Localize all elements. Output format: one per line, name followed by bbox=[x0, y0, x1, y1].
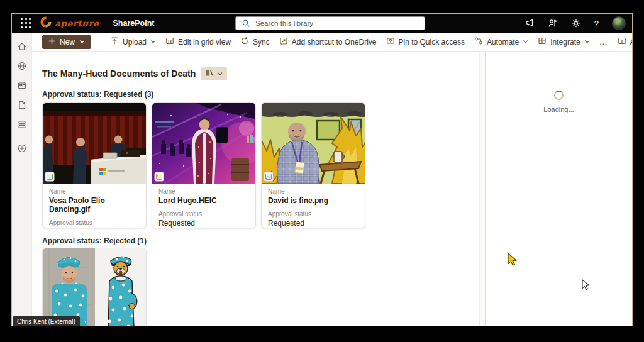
pin-icon bbox=[386, 36, 395, 47]
screen: aperture SharePoint ? bbox=[0, 0, 644, 342]
file-card-david[interactable]: Name David is fine.png Approval status R… bbox=[261, 102, 365, 228]
nav-divider bbox=[16, 136, 28, 136]
left-nav-rail bbox=[12, 33, 32, 326]
approval-status-value: Requested bbox=[49, 228, 140, 228]
help-icon[interactable]: ? bbox=[594, 19, 599, 28]
file-name: David is fine.png bbox=[268, 196, 358, 205]
approval-status-value: Requested bbox=[268, 219, 358, 228]
photo-file-badge bbox=[155, 172, 164, 181]
file-thumbnail bbox=[262, 103, 365, 184]
main-scrollbar[interactable] bbox=[479, 52, 485, 326]
integrate-button[interactable]: Integrate bbox=[538, 36, 589, 47]
presence-tooltip: Chris Kent (External) bbox=[13, 316, 80, 326]
plus-icon bbox=[48, 38, 55, 47]
status-field-label: Approval status bbox=[158, 211, 249, 218]
file-thumbnail bbox=[43, 248, 146, 326]
nav-page-icon[interactable] bbox=[12, 95, 32, 114]
aperture-logo-icon bbox=[40, 16, 52, 30]
search-icon bbox=[241, 18, 251, 28]
chevron-down-icon bbox=[217, 68, 223, 79]
person-feedback-icon[interactable] bbox=[548, 18, 558, 28]
upload-button[interactable]: Upload bbox=[110, 36, 156, 47]
gear-icon[interactable] bbox=[571, 18, 581, 28]
overflow-menu-button[interactable]: … bbox=[599, 37, 608, 47]
pin-quick-access-button[interactable]: Pin to Quick access bbox=[386, 36, 465, 47]
view-grid-icon bbox=[618, 36, 626, 47]
user-avatar[interactable] bbox=[612, 16, 626, 30]
chevron-down-icon bbox=[150, 38, 156, 47]
upload-icon bbox=[110, 36, 119, 47]
sharepoint-window: aperture SharePoint ? bbox=[11, 13, 633, 326]
integrate-icon bbox=[538, 36, 547, 47]
chevron-down-icon bbox=[79, 38, 85, 47]
file-card-rejected[interactable] bbox=[42, 248, 147, 326]
automate-flow-icon bbox=[474, 36, 483, 47]
library-search[interactable] bbox=[235, 16, 425, 30]
name-field-label: Name bbox=[268, 188, 358, 195]
file-thumbnail bbox=[43, 103, 146, 184]
nav-home-icon[interactable] bbox=[12, 36, 32, 56]
app-name: SharePoint bbox=[113, 19, 154, 28]
suite-bar: aperture SharePoint ? bbox=[12, 14, 632, 33]
image-file-badge bbox=[264, 172, 273, 181]
loading-spinner-icon bbox=[554, 91, 564, 100]
library-main-area: The Many-Hued Documents of Death Appro bbox=[32, 52, 485, 326]
chevron-down-icon bbox=[523, 38, 528, 47]
edit-grid-view-button[interactable]: Edit in grid view bbox=[165, 36, 231, 47]
new-button-label: New bbox=[60, 38, 75, 47]
suite-bar-actions: ? bbox=[525, 16, 626, 30]
sync-button[interactable]: Sync bbox=[240, 36, 270, 47]
file-card-lord-hugo[interactable]: Name Lord Hugo.HEIC Approval status Requ… bbox=[152, 102, 256, 228]
status-field-label: Approval status bbox=[268, 211, 358, 218]
nav-news-icon[interactable] bbox=[12, 75, 32, 95]
aperture-logo-text: aperture bbox=[55, 18, 99, 28]
nav-globe-icon[interactable] bbox=[12, 56, 32, 75]
view-selector-button[interactable] bbox=[201, 67, 227, 80]
file-name: Lord Hugo.HEIC bbox=[158, 196, 249, 205]
requested-cards-row: Name Vesa Paolo Elio Dancing.gif Approva… bbox=[42, 102, 365, 228]
approvals-view-selector[interactable]: Approvals bbox=[618, 36, 633, 47]
new-button[interactable]: New bbox=[42, 35, 91, 49]
command-bar: New Upload bbox=[32, 33, 632, 52]
status-field-label: Approval status bbox=[49, 219, 140, 226]
chevron-down-icon bbox=[584, 38, 590, 47]
search-input[interactable] bbox=[255, 19, 419, 27]
name-field-label: Name bbox=[158, 188, 249, 195]
tiles-view-icon bbox=[206, 68, 213, 79]
command-bar-right: Approvals Details bbox=[618, 36, 633, 47]
nav-create-icon[interactable] bbox=[12, 138, 32, 158]
file-card-vesa[interactable]: Name Vesa Paolo Elio Dancing.gif Approva… bbox=[42, 102, 147, 228]
group-header-requested[interactable]: Approval status: Requested (3) bbox=[42, 90, 153, 99]
sync-icon bbox=[240, 36, 249, 47]
file-thumbnail bbox=[152, 103, 255, 184]
group-header-rejected[interactable]: Approval status: Rejected (1) bbox=[42, 236, 147, 245]
approval-status-value: Requested bbox=[158, 219, 249, 228]
automate-button[interactable]: Automate bbox=[474, 36, 528, 47]
app-launcher-icon[interactable] bbox=[21, 18, 31, 29]
loading-text: Loading... bbox=[486, 106, 632, 113]
shortcut-icon bbox=[279, 36, 288, 47]
megaphone-icon[interactable] bbox=[525, 18, 535, 28]
add-shortcut-onedrive-button[interactable]: Add shortcut to OneDrive bbox=[279, 36, 377, 47]
gif-file-badge bbox=[45, 172, 54, 181]
page-title: The Many-Hued Documents of Death bbox=[42, 69, 196, 79]
aperture-logo[interactable]: aperture bbox=[40, 16, 99, 30]
file-name: Vesa Paolo Elio Dancing.gif bbox=[49, 196, 140, 214]
name-field-label: Name bbox=[49, 188, 140, 195]
grid-icon bbox=[165, 36, 174, 47]
nav-library-icon[interactable] bbox=[12, 114, 32, 134]
details-pane: Loading... bbox=[485, 52, 632, 326]
